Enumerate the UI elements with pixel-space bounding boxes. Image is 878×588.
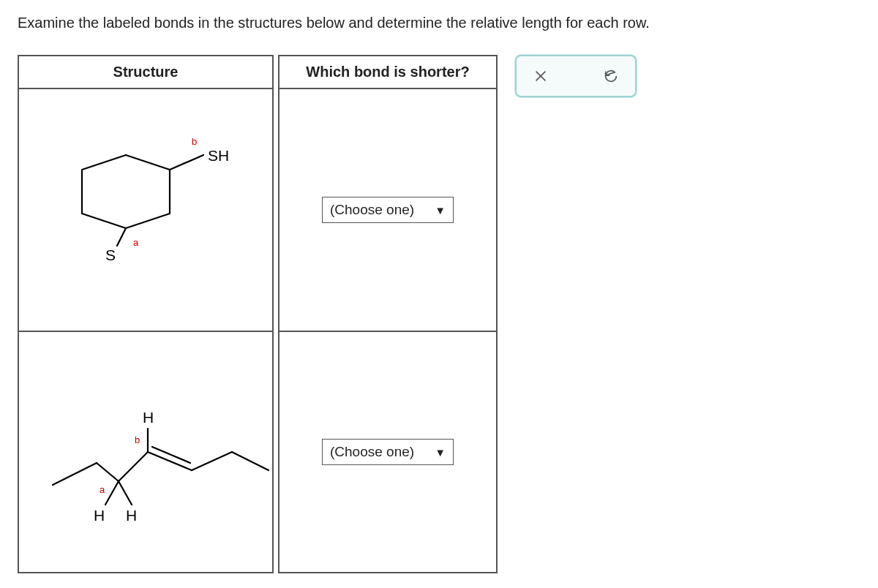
atom-s-f: S: [105, 246, 116, 263]
answer-header: Which bond is shorter?: [279, 56, 496, 89]
select-row2[interactable]: (Choose one) ▼: [322, 439, 454, 465]
action-toolbar: [515, 55, 637, 97]
answer-column: Which bond is shorter? (Choose one) ▼ (C…: [278, 55, 498, 573]
answer-cell-row1: (Choose one) ▼: [279, 89, 496, 331]
svg-line-18: [53, 463, 97, 485]
chevron-down-icon: ▼: [435, 446, 446, 459]
bond-label-b-2: b: [135, 434, 140, 445]
svg-line-20: [119, 452, 148, 481]
chevron-down-icon: ▼: [435, 204, 446, 216]
select-row1-placeholder: (Choose one): [330, 202, 414, 218]
select-row1[interactable]: (Choose one) ▼: [322, 197, 454, 223]
question-prompt: Examine the labeled bonds in the structu…: [18, 15, 860, 31]
svg-line-23: [192, 452, 232, 470]
reset-icon: [603, 68, 619, 84]
svg-rect-7: [23, 89, 265, 309]
structure-cell-row2: H b H H a: [19, 331, 272, 572]
bond-label-b-1f: b: [192, 136, 197, 147]
tables-wrap: Structure SH b S: [18, 55, 498, 573]
atom-sh-f: SH: [208, 147, 229, 164]
molecule-2: H b H H a: [23, 342, 272, 562]
main-layout: Structure SH b S: [18, 55, 860, 573]
close-button[interactable]: [531, 67, 550, 86]
atom-h-top: H: [143, 409, 154, 426]
close-icon: [533, 68, 549, 84]
atom-h-b2: H: [126, 507, 137, 524]
svg-line-27: [119, 481, 132, 505]
select-row2-placeholder: (Choose one): [330, 444, 414, 460]
bond-label-a-2: a: [100, 484, 105, 495]
bond-label-a-1: a: [133, 237, 139, 248]
atom-h-b1: H: [94, 507, 105, 524]
svg-line-26: [105, 481, 119, 505]
answer-cell-row2: (Choose one) ▼: [279, 331, 496, 572]
reset-button[interactable]: [601, 67, 620, 86]
structure-column: Structure SH b S: [18, 55, 274, 573]
structure-header: Structure: [19, 56, 272, 89]
svg-line-22: [152, 447, 190, 463]
structure-cell-row1: SH b S: [19, 89, 272, 331]
svg-line-19: [97, 463, 119, 481]
molecule-1-final: SH b S a: [23, 89, 265, 309]
svg-line-24: [232, 452, 269, 470]
